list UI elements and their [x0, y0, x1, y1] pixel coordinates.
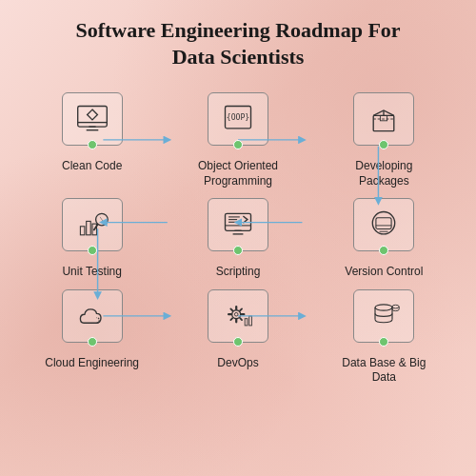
dot-version-control: [379, 246, 388, 255]
dot-clean-code: [88, 140, 97, 149]
page-title: Software Engineering Roadmap For Data Sc…: [19, 17, 457, 69]
cell-devops: DevOps: [165, 284, 310, 389]
monitor-circle-icon: [367, 208, 401, 242]
cell-packages: DevelopingPackages: [311, 87, 457, 192]
svg-rect-39: [245, 318, 248, 325]
svg-rect-40: [249, 316, 252, 326]
cell-oop: {OOP} Object OrientedProgramming: [165, 87, 310, 192]
label-packages: DevelopingPackages: [355, 159, 412, 188]
gear-chart-icon: [221, 299, 255, 333]
dot-big-data: [379, 337, 388, 347]
magnify-chart-icon: [75, 208, 109, 242]
svg-point-30: [234, 312, 238, 316]
cell-scripting: Scripting: [165, 192, 310, 284]
box-package-icon: [367, 102, 401, 136]
svg-line-16: [100, 217, 104, 222]
main-container: Software Engineering Roadmap For Data Sc…: [0, 0, 476, 476]
dot-packages: [379, 140, 388, 149]
svg-line-35: [230, 308, 232, 310]
dot-oop: [233, 140, 243, 149]
dot-scripting: [233, 246, 243, 255]
svg-line-37: [240, 308, 242, 310]
cell-unit-testing: Unit Testing: [19, 192, 165, 284]
svg-text:{OOP}: {OOP}: [227, 112, 249, 122]
icon-unit-testing: [62, 198, 123, 251]
icon-cloud-engineering: [62, 289, 123, 343]
svg-rect-7: [374, 115, 395, 130]
svg-rect-10: [381, 115, 387, 120]
svg-line-38: [230, 318, 232, 320]
diamond-monitor-icon: [75, 102, 109, 136]
svg-point-41: [375, 305, 392, 310]
cloud-icon: [75, 299, 109, 333]
label-unit-testing: Unit Testing: [62, 265, 121, 280]
label-devops: DevOps: [217, 356, 258, 371]
cell-version-control: Version Control: [311, 192, 457, 284]
svg-point-46: [392, 305, 399, 308]
database-stack-icon: [367, 299, 401, 333]
icon-version-control: [353, 198, 414, 251]
icon-big-data: [353, 289, 414, 343]
svg-rect-12: [86, 222, 90, 235]
svg-point-29: [232, 309, 241, 318]
label-cloud-engineering: Cloud Engineering: [45, 356, 139, 371]
roadmap-grid: Clean Code {OOP} Object OrientedProgramm…: [19, 87, 457, 389]
dot-devops: [233, 337, 243, 347]
label-clean-code: Clean Code: [62, 159, 122, 174]
oop-braces-icon: {OOP}: [221, 102, 255, 136]
cell-big-data: Data Base & BigData: [311, 284, 457, 389]
icon-packages: [353, 92, 414, 146]
label-version-control: Version Control: [345, 265, 423, 280]
cell-cloud-engineering: Cloud Engineering: [19, 284, 165, 389]
label-oop: Object OrientedProgramming: [198, 159, 278, 188]
script-monitor-icon: [221, 208, 255, 242]
svg-rect-25: [376, 218, 391, 229]
icon-oop: {OOP}: [208, 92, 268, 146]
icon-devops: [208, 289, 268, 343]
dot-unit-testing: [88, 246, 97, 255]
dot-cloud-engineering: [88, 337, 97, 347]
label-scripting: Scripting: [216, 265, 261, 280]
icon-scripting: [208, 198, 268, 251]
svg-rect-11: [80, 227, 85, 235]
icon-clean-code: [62, 92, 123, 146]
label-big-data: Data Base & BigData: [342, 356, 426, 386]
svg-line-36: [240, 318, 242, 320]
svg-marker-4: [87, 109, 97, 120]
cell-clean-code: Clean Code: [19, 87, 165, 192]
